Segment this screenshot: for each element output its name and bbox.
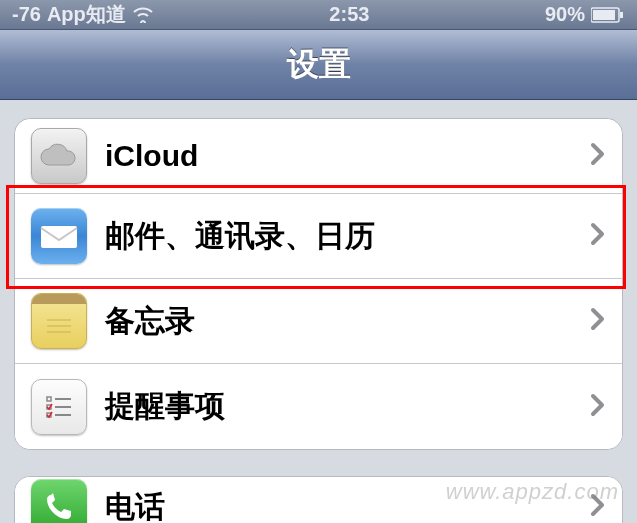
battery-icon xyxy=(591,7,625,23)
chevron-right-icon xyxy=(590,307,606,335)
row-icloud[interactable]: iCloud xyxy=(15,119,622,194)
status-right: 90% xyxy=(545,3,625,26)
chevron-right-icon xyxy=(590,393,606,421)
row-mail-contacts-calendars[interactable]: 邮件、通讯录、日历 xyxy=(15,194,622,279)
settings-list: iCloud 邮件、通讯录、日历 备忘录 xyxy=(0,100,637,523)
chevron-right-icon xyxy=(590,142,606,170)
row-label: 电话 xyxy=(105,487,590,524)
phone-icon xyxy=(31,479,87,523)
icloud-icon xyxy=(31,128,87,184)
group-accounts: iCloud 邮件、通讯录、日历 备忘录 xyxy=(14,118,623,450)
status-left: -76 App知道 xyxy=(12,1,154,28)
row-label: 备忘录 xyxy=(105,301,590,342)
status-time: 2:53 xyxy=(329,3,369,26)
row-reminders[interactable]: 提醒事项 xyxy=(15,364,622,449)
nav-bar: 设置 xyxy=(0,30,637,100)
svg-rect-2 xyxy=(620,12,623,18)
row-phone[interactable]: 电话 xyxy=(15,477,622,523)
chevron-right-icon xyxy=(590,493,606,521)
mail-icon xyxy=(31,208,87,264)
wifi-icon xyxy=(132,7,154,23)
row-label: iCloud xyxy=(105,139,590,173)
page-title: 设置 xyxy=(287,43,351,87)
row-label: 邮件、通讯录、日历 xyxy=(105,216,590,257)
row-notes[interactable]: 备忘录 xyxy=(15,279,622,364)
carrier-name: App知道 xyxy=(47,1,126,28)
chevron-right-icon xyxy=(590,222,606,250)
row-label: 提醒事项 xyxy=(105,386,590,427)
status-bar: -76 App知道 2:53 90% xyxy=(0,0,637,30)
reminders-icon xyxy=(31,379,87,435)
signal-strength: -76 xyxy=(12,3,41,26)
group-phone: 电话 xyxy=(14,476,623,523)
svg-rect-7 xyxy=(47,397,51,401)
notes-icon xyxy=(31,293,87,349)
svg-rect-3 xyxy=(41,226,77,248)
battery-percent: 90% xyxy=(545,3,585,26)
svg-rect-1 xyxy=(593,10,615,20)
